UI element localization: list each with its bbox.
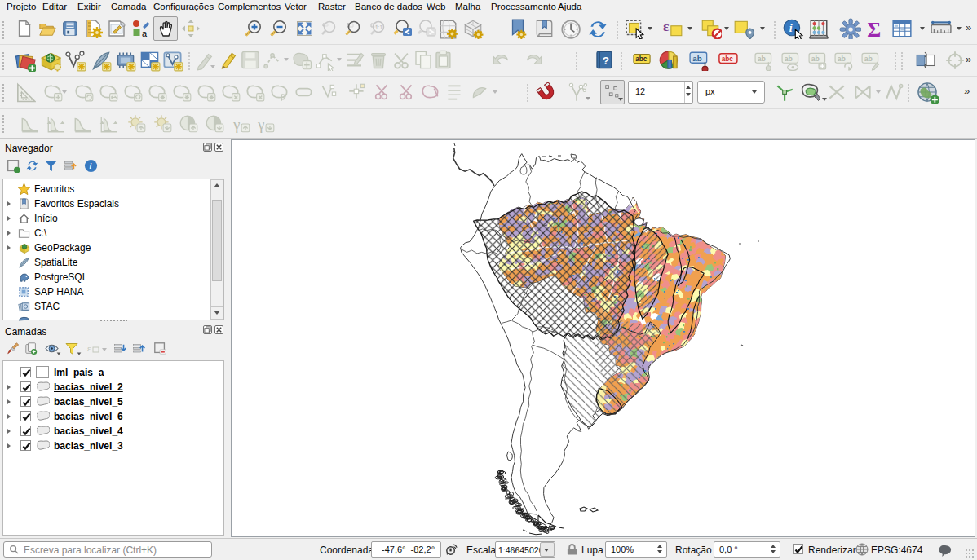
svg-text:γ: γ xyxy=(257,117,264,133)
svg-text:ε: ε xyxy=(663,19,670,34)
svg-text:Σ: Σ xyxy=(867,18,881,39)
svg-text:abc: abc xyxy=(635,55,648,63)
svg-text:i: i xyxy=(90,161,92,170)
svg-text:ε: ε xyxy=(87,343,91,353)
svg-text:ab: ab xyxy=(785,55,793,63)
svg-text:?: ? xyxy=(603,55,609,67)
svg-text:i: i xyxy=(789,21,793,34)
svg-text:γ: γ xyxy=(232,117,240,133)
svg-text:ab: ab xyxy=(758,55,766,63)
svg-text:1:1: 1:1 xyxy=(375,24,382,30)
svg-text:ab: ab xyxy=(692,54,701,63)
svg-text:a: a xyxy=(142,29,148,38)
svg-text:abc: abc xyxy=(722,55,734,63)
svg-text:ab: ab xyxy=(838,55,846,63)
svg-text:ab: ab xyxy=(864,55,873,63)
svg-text:ab: ab xyxy=(811,55,820,63)
